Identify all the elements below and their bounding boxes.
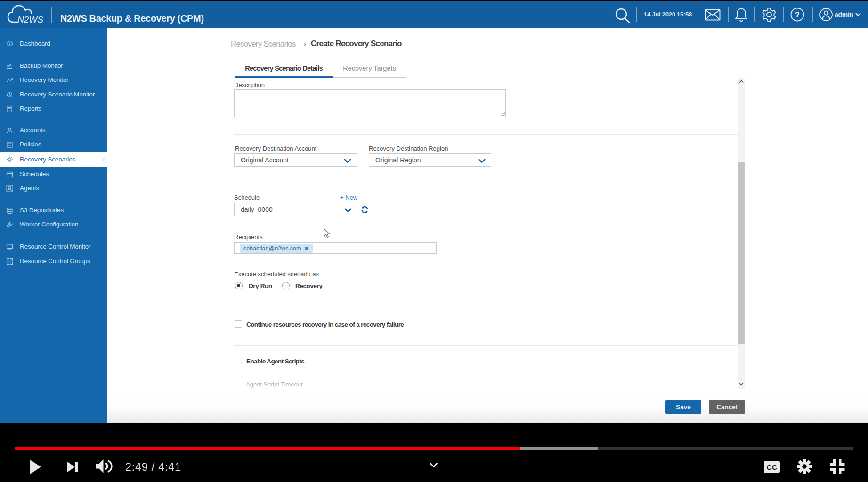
svg-text:?: ? [795, 11, 800, 19]
svg-text:N2WS: N2WS [17, 15, 43, 24]
svg-text:CC: CC [766, 463, 777, 471]
